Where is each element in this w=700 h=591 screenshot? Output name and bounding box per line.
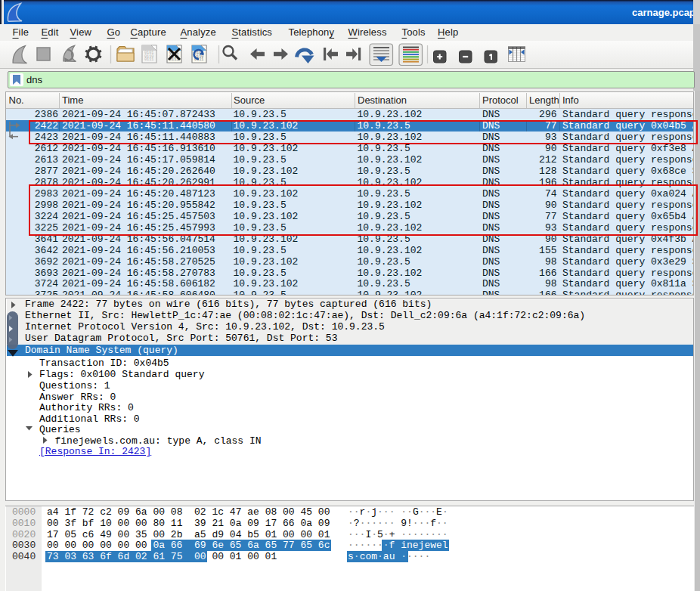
svg-text:0111: 0111 [144,57,153,62]
